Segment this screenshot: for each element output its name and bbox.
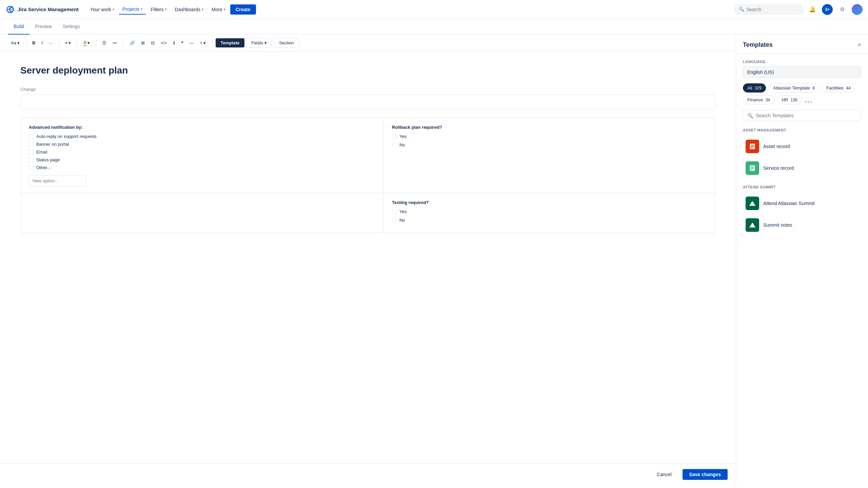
filter-finance[interactable]: Finance 34 <box>743 95 774 104</box>
checkbox-icon[interactable] <box>29 150 34 155</box>
new-option-input[interactable] <box>29 176 86 186</box>
filter-hr[interactable]: HR 136 <box>777 95 802 104</box>
settings-button[interactable]: ⚙ <box>837 4 848 15</box>
checkbox-email[interactable]: Email <box>29 149 375 155</box>
document-title[interactable]: Server deployment plan <box>20 65 715 76</box>
checkbox-icon[interactable] <box>29 158 34 162</box>
insert-more-button[interactable]: + ▾ <box>197 39 209 47</box>
cancel-button[interactable]: Cancel <box>650 469 678 480</box>
bullet-list-button[interactable]: ☰ <box>100 39 109 47</box>
filter-more-button[interactable]: ... <box>805 96 813 104</box>
checkbox-status[interactable]: Status page <box>29 157 375 162</box>
align-button[interactable]: ≡ ▾ <box>62 39 74 47</box>
app-logo[interactable]: Jira Service Management <box>5 5 79 14</box>
search-input[interactable] <box>746 7 799 12</box>
save-changes-button[interactable]: Save changes <box>683 469 728 480</box>
avatar[interactable] <box>852 4 863 15</box>
quote-button[interactable]: ❝ <box>178 39 186 47</box>
search-icon: 🔍 <box>747 113 753 118</box>
svg-marker-8 <box>749 201 755 206</box>
chevron-down-icon: ▾ <box>141 7 142 11</box>
radio-label: No <box>399 142 405 147</box>
form-table-row-1: Advanced notification by: Auto-reply on … <box>21 118 715 193</box>
chevron-down-icon: ▾ <box>113 7 114 11</box>
italic-button[interactable]: I <box>39 39 45 47</box>
tab-build[interactable]: Build <box>8 19 29 35</box>
checkbox-icon[interactable] <box>29 165 34 170</box>
nav-your-work[interactable]: Your work ▾ <box>87 5 118 14</box>
nav-dashboards[interactable]: Dashboards ▾ <box>172 5 207 14</box>
filter-facilities[interactable]: Facilities 44 <box>822 83 855 93</box>
toolbar-separator <box>123 40 123 46</box>
panel-body: LANGUAGE English (US) All 329 Atlassian … <box>736 54 868 485</box>
radio-icon[interactable] <box>392 143 397 147</box>
section-label: ASSET MANAGEMENT <box>743 128 861 132</box>
section-button[interactable]: Section <box>274 38 299 48</box>
template-attend-summit[interactable]: Attend Atlassian Summit <box>743 193 861 214</box>
font-size-button[interactable]: Aa ▾ <box>8 39 22 47</box>
checkbox-icon[interactable] <box>29 142 34 147</box>
filter-all[interactable]: All 329 <box>743 83 766 93</box>
editor-area: Aa ▾ B I ··· ≡ ▾ <box>0 35 736 485</box>
nav-filters[interactable]: Filters ▾ <box>147 5 170 14</box>
columns-button[interactable]: ⊟ <box>148 39 157 47</box>
svg-rect-6 <box>751 168 754 168</box>
table-button[interactable]: ⊞ <box>138 39 147 47</box>
checkbox-icon[interactable] <box>29 134 34 139</box>
checkbox-other[interactable]: Other... <box>29 165 375 170</box>
radio-icon[interactable] <box>392 134 397 139</box>
change-label: Change <box>20 87 715 92</box>
close-panel-button[interactable]: × <box>857 41 861 48</box>
chevron-down-icon: ▾ <box>264 40 267 45</box>
radio-icon[interactable] <box>392 209 397 214</box>
template-service-record[interactable]: Service record <box>743 158 861 178</box>
testing-title: Testing required? <box>392 200 707 205</box>
info-button[interactable]: ℹ <box>171 39 178 47</box>
chevron-down-icon: ▾ <box>202 7 203 11</box>
checkbox-auto-reply[interactable]: Auto-reply on support requests <box>29 134 375 139</box>
change-input[interactable] <box>20 95 715 109</box>
radio-icon[interactable] <box>392 218 397 223</box>
template-name: Asset record <box>763 144 790 149</box>
search-templates-input[interactable] <box>756 113 857 118</box>
template-button[interactable]: Template <box>216 38 244 47</box>
change-field-section: Change <box>20 87 715 109</box>
nav-projects[interactable]: Projects ▾ <box>119 4 146 15</box>
template-summit-notes[interactable]: Summit notes <box>743 215 861 235</box>
divider-button[interactable]: — <box>187 39 197 47</box>
checkbox-banner[interactable]: Banner on portal <box>29 142 375 147</box>
testing-no[interactable]: No <box>392 218 707 223</box>
rollback-cell: Rollback plan required? Yes No <box>384 118 715 193</box>
tab-settings[interactable]: Settings <box>57 19 85 35</box>
template-asset-record[interactable]: Asset record <box>743 136 861 157</box>
code-button[interactable]: </> <box>158 39 170 47</box>
attend-summit-section: ATTEND SUMMIT Attend Atlassian Summit <box>743 185 861 235</box>
link-button[interactable]: 🔗 <box>127 39 138 47</box>
testing-yes[interactable]: Yes <box>392 209 707 214</box>
numbered-list-button[interactable]: ≔ <box>110 39 120 47</box>
chevron-down-icon: ▾ <box>17 40 20 45</box>
fields-button[interactable]: Fields ▾ <box>246 38 272 48</box>
more-format-button[interactable]: ··· <box>46 39 55 47</box>
search-templates[interactable]: 🔍 <box>743 110 861 121</box>
filter-tags: All 329 Atlassian Template 8 Facilities … <box>743 83 861 104</box>
radio-label: No <box>399 218 405 223</box>
nav-more[interactable]: More ▾ <box>208 5 229 14</box>
text-color-button[interactable]: A ▾ <box>81 38 93 48</box>
notifications-button[interactable]: 🔔 <box>807 4 818 15</box>
global-search[interactable]: 🔍 <box>735 5 803 14</box>
rollback-no[interactable]: No <box>392 142 707 147</box>
bold-button[interactable]: B <box>29 39 38 47</box>
main-nav: Your work ▾ Projects ▾ Filters ▾ Dashboa… <box>87 4 727 15</box>
rollback-yes[interactable]: Yes <box>392 134 707 139</box>
language-select[interactable]: English (US) <box>743 66 861 78</box>
tab-preview[interactable]: Preview <box>29 19 57 35</box>
filter-atlassian[interactable]: Atlassian Template 8 <box>769 83 819 93</box>
svg-marker-9 <box>749 223 755 228</box>
template-icon <box>746 161 759 175</box>
template-name: Service record <box>763 165 794 171</box>
toolbar-font-group: Aa ▾ <box>8 39 22 47</box>
chevron-down-icon: ▾ <box>68 40 71 45</box>
premium-button[interactable]: 3+ <box>822 4 833 15</box>
create-button[interactable]: Create <box>230 4 256 15</box>
